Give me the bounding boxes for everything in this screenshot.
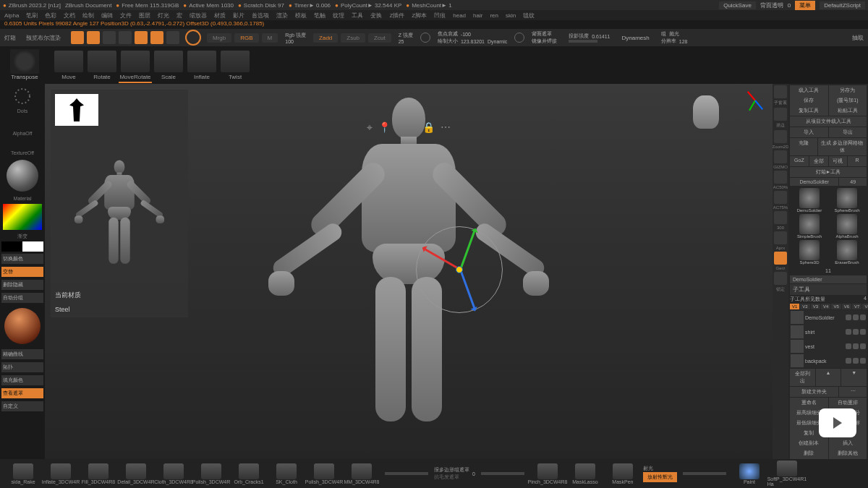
bool-preview[interactable]: 预览布尔渲染 — [26, 34, 61, 42]
scale-icon[interactable] — [119, 31, 132, 44]
tray-Orb_Cracks1[interactable]: Orb_Cracks1 — [231, 463, 266, 484]
gbtn-创建副本[interactable]: 创建副本 — [790, 438, 828, 448]
rstrip-子窗素[interactable] — [774, 85, 787, 98]
tray-sida_Rake[interactable]: sida_Rake — [6, 463, 41, 484]
arrow-up[interactable]: ▲ — [816, 369, 841, 386]
subtool-header[interactable]: 子工具 — [790, 284, 867, 295]
menu-head[interactable]: head — [453, 12, 466, 19]
z-int-value[interactable]: 25 — [399, 39, 413, 44]
pinch-brush[interactable]: Pinch_3DCW4R8 — [530, 463, 565, 484]
head-reference-icon[interactable] — [693, 95, 719, 129]
vtab-V6[interactable]: V6 — [842, 304, 851, 309]
quicksave-button[interactable]: QuickSave — [719, 1, 756, 9]
rbtn-另存为[interactable]: 另存为 — [829, 85, 867, 95]
dots-icon[interactable] — [1, 85, 43, 107]
proj-strength-slider[interactable] — [569, 40, 597, 43]
zsub-button[interactable]: Zsub — [341, 33, 365, 43]
clone-button[interactable]: 克隆 — [790, 138, 817, 155]
transpose-gizmo[interactable] — [416, 226, 503, 313]
brush-EraserBrush[interactable]: EraserBrush — [829, 240, 865, 265]
backface-mask[interactable]: 背面遮罩 — [532, 30, 557, 38]
edit-icon[interactable] — [71, 31, 84, 44]
video-overlay-icon[interactable] — [819, 408, 856, 437]
rbtn-载入工具[interactable]: 载入工具 — [790, 85, 828, 95]
menu-纹理[interactable]: 纹理 — [333, 12, 344, 20]
mode-twist[interactable]: Twist — [218, 49, 252, 83]
menu-skin[interactable]: skin — [506, 12, 516, 19]
export-button[interactable]: 导出 — [829, 127, 867, 137]
gradient-label[interactable]: 渐变 — [1, 233, 43, 240]
list-all[interactable]: 全部列出 — [790, 369, 815, 386]
custom-button[interactable]: 自定义 — [1, 401, 43, 411]
vtab-V7[interactable]: V7 — [852, 304, 861, 309]
subtool-backpack[interactable]: backpack — [790, 354, 867, 368]
menu-笔刷[interactable]: 笔刷 — [26, 12, 38, 20]
rgb-button[interactable]: RGB — [234, 33, 258, 43]
vtab-V5[interactable]: V5 — [831, 304, 841, 309]
tray-MM_3DCW4R8[interactable]: MM_3DCW4R8 — [344, 463, 379, 484]
gizmo-icon[interactable] — [166, 31, 179, 44]
dynamic-toggle[interactable]: Dynamic — [488, 39, 507, 44]
brush-DemoSoldier[interactable]: DemoSoldier — [791, 188, 827, 213]
rstrip-Zoom2D[interactable] — [774, 130, 787, 143]
draw-size-value[interactable]: 123.83201 — [461, 39, 485, 44]
precise-curve[interactable]: 精确曲线 — [1, 349, 43, 359]
menu-变换[interactable]: 变换 — [370, 12, 382, 20]
bottom-slider-1[interactable] — [385, 472, 428, 475]
mode-inflate[interactable]: Inflate — [185, 49, 218, 83]
mode-scale[interactable]: Scale — [152, 49, 185, 83]
tool-thumbnail[interactable] — [55, 94, 98, 126]
lightbox-tools[interactable]: 灯箱►工具 — [790, 167, 867, 177]
zcut-button[interactable]: Zcut — [368, 33, 391, 43]
rbtn-保存[interactable]: 保存 — [790, 95, 828, 106]
paint-brush[interactable]: Paint — [732, 463, 767, 484]
menu-模板[interactable]: 模板 — [295, 12, 307, 20]
menu-文件[interactable]: 文件 — [120, 12, 132, 20]
bottom-slider-2[interactable] — [481, 472, 524, 475]
vtab-V3[interactable]: V3 — [811, 304, 820, 309]
menu-凹痕[interactable]: 凹痕 — [434, 12, 446, 20]
vtab-V8[interactable]: V8 — [862, 304, 868, 309]
menu-宏[interactable]: 宏 — [176, 12, 182, 20]
menu-Alpha[interactable]: Alpha — [4, 12, 19, 19]
menu-色彩[interactable]: 色彩 — [45, 12, 56, 20]
focal-value[interactable]: -100 — [461, 32, 471, 37]
tray-Detail_3DCW4R[interactable]: Detail_3DCW4R — [119, 463, 153, 484]
tray-Fill_3DCW4R8[interactable]: Fill_3DCW4R8 — [81, 463, 116, 484]
move-icon[interactable] — [103, 31, 116, 44]
transpose-tool[interactable]: Transpose — [4, 49, 45, 87]
subtool-vest[interactable]: vest — [790, 339, 867, 354]
rbtn-粘贴工具[interactable]: 粘贴工具 — [829, 106, 867, 116]
menu-缩放器[interactable]: 缩放器 — [190, 12, 207, 20]
auto-group[interactable]: 自动分组 — [1, 293, 43, 303]
arrow-down[interactable]: ▼ — [841, 369, 867, 386]
goz-r[interactable]: R — [848, 156, 867, 166]
rstrip-GIZMO[interactable] — [774, 150, 787, 163]
menu-button[interactable]: 菜单 — [795, 1, 815, 10]
brush-SphereBrush[interactable]: SphereBrush — [829, 188, 865, 213]
rstrip-描边[interactable] — [774, 108, 787, 121]
new-folder[interactable]: 新建文件夹 — [790, 387, 838, 397]
dynamesh-button[interactable]: Dynamesh — [622, 35, 650, 41]
material-sphere[interactable] — [7, 160, 38, 192]
topology-button[interactable]: 拓扑 — [1, 362, 43, 372]
subtool-shirt[interactable]: shirt — [790, 325, 867, 339]
goz-button[interactable]: GoZ — [790, 156, 809, 166]
import-from-project[interactable]: 从项目文件载入工具 — [790, 116, 867, 127]
menu-渲染[interactable]: 渲染 — [276, 12, 288, 20]
goz-visible[interactable]: 可视 — [829, 156, 848, 166]
softp-brush[interactable]: SoftP_3DCW4R1 Ha — [770, 461, 804, 487]
mode-moverotate[interactable]: MoveRotate — [119, 49, 152, 83]
mode-rotate[interactable]: Rotate — [85, 49, 119, 83]
default-zscript[interactable]: DefaultZScript — [820, 1, 865, 9]
menu-绘制[interactable]: 绘制 — [82, 12, 94, 20]
menu-编辑[interactable]: 编辑 — [101, 12, 113, 20]
extract-button[interactable]: 抽取 — [852, 34, 864, 42]
swatch-black[interactable] — [1, 241, 22, 252]
rbtn-复制工具[interactable]: 复制工具 — [790, 106, 828, 116]
brush-Sphere3D[interactable]: Sphere3D — [791, 240, 827, 265]
polish-button[interactable]: 抛光 — [669, 30, 679, 38]
rstrip-300[interactable] — [774, 211, 787, 224]
m-button[interactable]: M — [262, 33, 278, 43]
floating-preview-panel[interactable]: 当前材质 Steel — [51, 90, 188, 317]
